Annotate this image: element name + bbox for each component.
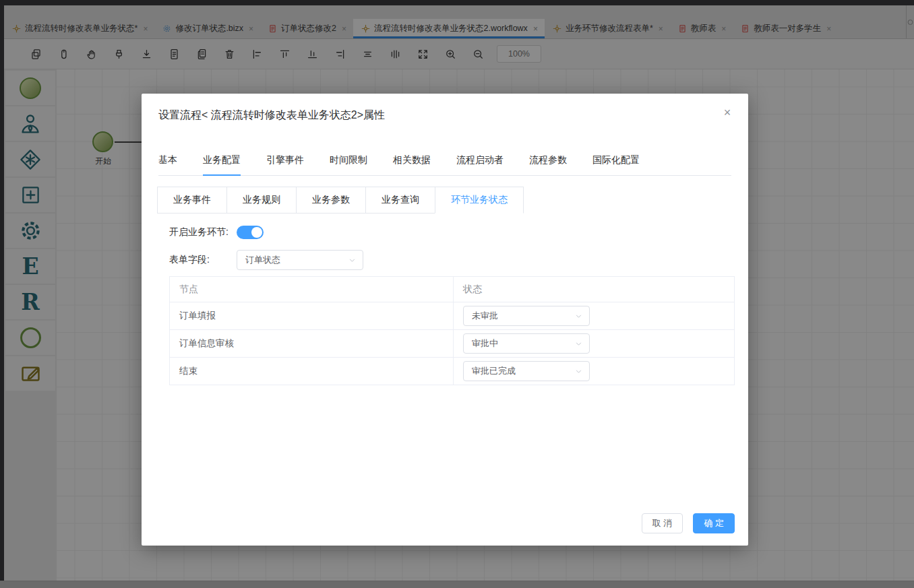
- node-cell: 订单信息审核: [170, 330, 454, 358]
- subtab-business-query[interactable]: 业务查询: [365, 187, 435, 214]
- cancel-button[interactable]: 取 消: [642, 513, 683, 533]
- status-select-value: 审批已完成: [472, 365, 575, 377]
- chevron-down-icon: [575, 340, 582, 348]
- toggle-knob: [251, 227, 262, 238]
- node-cell: 结束: [170, 358, 454, 385]
- status-select-value: 审批中: [472, 337, 575, 350]
- chevron-down-icon: [575, 313, 582, 320]
- chevron-down-icon: [348, 257, 356, 264]
- node-cell: 订单填报: [170, 302, 454, 330]
- status-select[interactable]: 未审批: [463, 306, 590, 326]
- subtab-node-business-status[interactable]: 环节业务状态: [435, 187, 524, 214]
- enable-business-node-row: 开启业务环节:: [169, 226, 264, 239]
- tab-basic[interactable]: 基本: [158, 154, 177, 166]
- node-status-table: 节点 状态 订单填报 未审批 订单信息审核 审批中: [169, 276, 735, 385]
- table-row: 订单填报 未审批: [170, 302, 735, 330]
- process-properties-dialog: 设置流程< 流程流转时修改表单业务状态2>属性 × 基本 业务配置 引擎事件 时…: [142, 94, 748, 546]
- dialog-tab-bar: 基本 业务配置 引擎事件 时间限制 相关数据 流程启动者 流程参数 国际化配置: [158, 154, 731, 176]
- subtab-business-rules[interactable]: 业务规则: [226, 187, 297, 214]
- tab-process-params[interactable]: 流程参数: [529, 154, 567, 166]
- form-field-row: 表单字段: 订单状态: [169, 250, 363, 270]
- tab-engine-events[interactable]: 引擎事件: [266, 154, 304, 166]
- status-select[interactable]: 审批已完成: [463, 361, 590, 381]
- table-row: 结束 审批已完成: [170, 358, 735, 385]
- tab-business-config[interactable]: 业务配置: [203, 154, 241, 166]
- tab-related-data[interactable]: 相关数据: [393, 154, 431, 166]
- dialog-title: 设置流程< 流程流转时修改表单业务状态2>属性: [158, 108, 385, 123]
- enable-business-node-label: 开启业务环节:: [169, 226, 237, 238]
- workflow-designer-app: 流程流转时修改表单业务状态* × 修改订单状态.bizx × 订单状态修改2 ×…: [0, 0, 914, 588]
- dialog-footer: 取 消 确 定: [642, 513, 735, 533]
- tab-process-initiator[interactable]: 流程启动者: [456, 154, 504, 166]
- form-field-select-value: 订单状态: [245, 254, 348, 266]
- tab-time-limit[interactable]: 时间限制: [330, 154, 367, 166]
- enable-business-node-toggle[interactable]: [237, 226, 264, 239]
- status-select[interactable]: 审批中: [463, 333, 590, 354]
- subtab-business-params[interactable]: 业务参数: [296, 187, 366, 214]
- form-field-select[interactable]: 订单状态: [237, 250, 363, 270]
- tab-i18n-config[interactable]: 国际化配置: [592, 154, 640, 166]
- column-header-node: 节点: [170, 277, 454, 302]
- confirm-button[interactable]: 确 定: [693, 513, 735, 533]
- subtab-business-events[interactable]: 业务事件: [157, 187, 227, 214]
- column-header-status: 状态: [454, 277, 735, 302]
- chevron-down-icon: [575, 368, 582, 375]
- table-header-row: 节点 状态: [170, 277, 735, 302]
- business-config-sub-tabs: 业务事件 业务规则 业务参数 业务查询 环节业务状态: [157, 187, 524, 214]
- table-row: 订单信息审核 审批中: [170, 330, 735, 358]
- status-select-value: 未审批: [472, 310, 575, 322]
- close-icon[interactable]: ×: [720, 105, 735, 120]
- form-field-label: 表单字段:: [169, 254, 237, 266]
